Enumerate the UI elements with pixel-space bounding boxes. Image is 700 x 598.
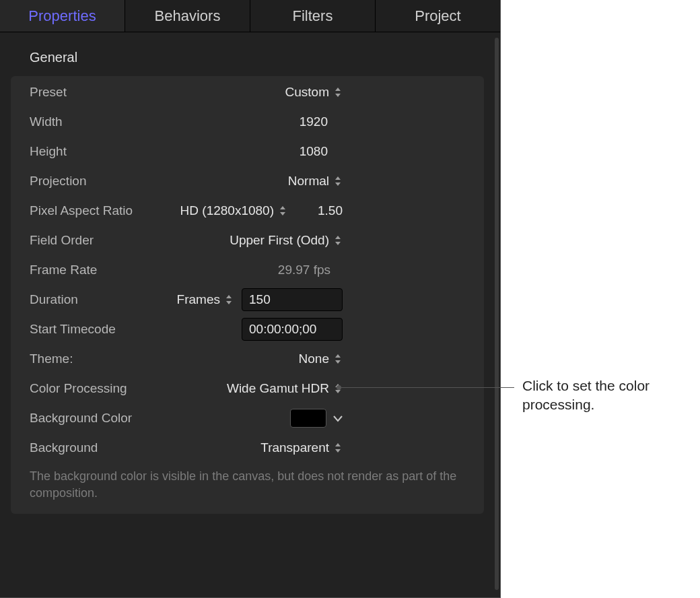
- popup-value: Wide Gamut HDR: [227, 381, 329, 396]
- height-value[interactable]: 1080: [262, 144, 343, 159]
- scrollbar[interactable]: [495, 38, 499, 590]
- chevron-down-icon[interactable]: [333, 413, 343, 424]
- preset-popup[interactable]: Custom: [285, 85, 343, 100]
- row-frame-rate: Frame Rate 29.97 fps: [11, 255, 484, 285]
- updown-icon: [333, 384, 343, 393]
- popup-value: Transparent: [260, 440, 329, 455]
- par-preset-popup[interactable]: HD (1280x1080): [180, 203, 287, 218]
- width-value[interactable]: 1920: [262, 114, 343, 129]
- tab-filters[interactable]: Filters: [250, 0, 376, 32]
- color-processing-popup[interactable]: Wide Gamut HDR: [227, 381, 343, 396]
- theme-popup[interactable]: None: [299, 352, 343, 366]
- bg-color-swatch[interactable]: [290, 409, 326, 428]
- inspector-body: General Preset Custom Width 1: [0, 32, 495, 597]
- tab-project[interactable]: Project: [376, 0, 500, 32]
- tab-label: Filters: [293, 7, 333, 25]
- label-theme: Theme:: [30, 352, 163, 366]
- label-color-processing: Color Processing: [30, 381, 163, 396]
- tab-behaviors[interactable]: Behaviors: [125, 0, 250, 32]
- popup-value: Frames: [177, 292, 220, 307]
- frame-rate-value: 29.97 fps: [262, 263, 343, 277]
- inspector-panel: Properties Behaviors Filters Project Gen…: [0, 0, 501, 598]
- projection-popup[interactable]: Normal: [288, 174, 343, 189]
- label-start-tc: Start Timecode: [30, 322, 163, 337]
- tab-label: Behaviors: [155, 7, 221, 25]
- row-height: Height 1080: [11, 137, 484, 166]
- updown-icon: [333, 176, 343, 186]
- popup-value: HD (1280x1080): [180, 203, 274, 218]
- popup-value: Upper First (Odd): [230, 233, 329, 248]
- row-background: Background Transparent: [11, 433, 484, 463]
- label-frame-rate: Frame Rate: [30, 263, 163, 277]
- row-theme: Theme: None: [11, 344, 484, 374]
- start-tc-input[interactable]: [242, 318, 343, 341]
- popup-value: None: [299, 352, 329, 366]
- row-par: Pixel Aspect Ratio HD (1280x1080) 1.50: [11, 196, 484, 226]
- row-projection: Projection Normal: [11, 166, 484, 196]
- label-field-order: Field Order: [30, 233, 163, 248]
- par-value[interactable]: 1.50: [295, 203, 343, 218]
- callout-text: Click to set the color processing.: [522, 376, 689, 415]
- label-projection: Projection: [30, 174, 163, 189]
- popup-value: Normal: [288, 174, 329, 189]
- label-duration: Duration: [30, 292, 163, 307]
- duration-input[interactable]: [242, 288, 343, 311]
- row-field-order: Field Order Upper First (Odd): [11, 226, 484, 255]
- updown-icon: [333, 443, 343, 453]
- popup-value: Custom: [285, 85, 329, 100]
- updown-icon: [333, 354, 343, 364]
- field-order-popup[interactable]: Upper First (Odd): [230, 233, 343, 248]
- row-bg-color: Background Color: [11, 403, 484, 433]
- row-start-tc: Start Timecode: [11, 314, 484, 344]
- row-duration: Duration Frames: [11, 285, 484, 314]
- updown-icon: [333, 88, 343, 97]
- updown-icon: [333, 236, 343, 245]
- background-popup[interactable]: Transparent: [260, 440, 343, 455]
- row-color-processing: Color Processing Wide Gamut HDR: [11, 374, 484, 403]
- scrollbar-thumb[interactable]: [495, 38, 499, 590]
- updown-icon: [224, 295, 234, 304]
- updown-icon: [278, 206, 287, 215]
- label-bg-color: Background Color: [30, 411, 163, 426]
- label-width: Width: [30, 114, 163, 129]
- tab-properties[interactable]: Properties: [0, 0, 125, 32]
- duration-unit-popup[interactable]: Frames: [177, 292, 234, 307]
- label-par: Pixel Aspect Ratio: [30, 203, 163, 218]
- row-width: Width 1920: [11, 107, 484, 137]
- label-background: Background: [30, 440, 163, 455]
- tab-bar: Properties Behaviors Filters Project: [0, 0, 500, 32]
- row-preset: Preset Custom: [11, 77, 484, 107]
- label-preset: Preset: [30, 85, 163, 100]
- general-section: Preset Custom Width 1920: [11, 76, 484, 514]
- tab-label: Project: [415, 7, 460, 25]
- tab-label: Properties: [28, 7, 96, 25]
- label-height: Height: [30, 144, 163, 159]
- section-title: General: [0, 42, 495, 76]
- background-note: The background color is visible in the c…: [11, 463, 484, 502]
